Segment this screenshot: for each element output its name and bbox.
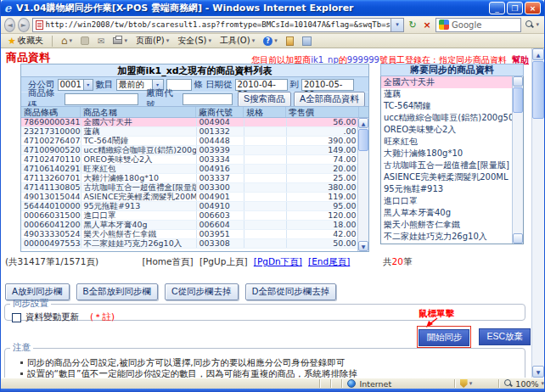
table-cell: 001332 — [196, 127, 244, 137]
page-scroll-up-icon[interactable]: ▲ — [532, 48, 544, 60]
toolbar: ★ 收藏夹 ⌂ ▾ ✉ ▾ 页面(P)▾安全(S)▾工具(O)▾ ? ▾ — [1, 34, 544, 48]
print-button[interactable]: ▾ — [110, 35, 130, 48]
protected-dropdown-icon[interactable]: ▾ — [469, 380, 473, 387]
close-button[interactable]: × — [525, 2, 541, 14]
sync-scroll-up-icon[interactable] — [513, 76, 523, 87]
home-dropdown-icon[interactable]: ▾ — [70, 37, 73, 44]
url-text[interactable]: http://win2008/tw/btob/scaresult1.asp?fr… — [46, 20, 390, 29]
home-page-button[interactable]: [Home首頁] — [142, 256, 193, 266]
sync-list-item[interactable]: 蓮藕 — [381, 88, 512, 100]
pgdn-page-link[interactable]: [PgDn下頁] — [254, 256, 302, 266]
sync-scroll-down-icon[interactable] — [513, 233, 523, 244]
table-row[interactable]: 564440100000695元拖鞋#91300491095.00 — [21, 202, 359, 211]
table-row[interactable]: 0000049755343不二家娃娃巧克力26g10入00330850.00 — [21, 239, 359, 249]
pgup-page-button[interactable]: [PgUp上頁] — [199, 256, 248, 266]
zoom-control[interactable]: 100% ▾ — [504, 379, 544, 389]
menu-dropdown-icon[interactable]: ▾ — [252, 37, 256, 44]
status-bar: Internet ▾ 100% ▾ — [1, 378, 544, 389]
table-row[interactable]: 4710247011009OREO美味雙心2入00333474.00 — [21, 155, 359, 165]
date-to-input[interactable]: 2010-05-28 — [301, 79, 354, 91]
table-scroll-thumb[interactable] — [358, 129, 368, 151]
page-scrollbar[interactable]: ▲ ▼ — [531, 48, 544, 378]
table-scroll-down-icon[interactable]: ▼ — [358, 241, 368, 251]
forward-button[interactable]: ► — [18, 18, 29, 32]
help-button[interactable]: ? ▾ — [261, 35, 280, 48]
home-button[interactable]: ⌂ ▾ — [59, 35, 75, 48]
sync-list-scrollbar[interactable] — [512, 76, 523, 244]
date-from-input[interactable]: 2010-04-28 — [235, 79, 288, 91]
table-scrollbar[interactable]: ▲ ▼ — [357, 118, 368, 251]
address-dropdown-icon[interactable]: ▾ — [390, 19, 403, 31]
sync-list-item[interactable]: 黑人草本牙膏40g — [381, 207, 512, 219]
sync-list-item[interactable]: 95元拖鞋#913 — [381, 183, 512, 195]
table-cell: 004448 — [196, 137, 244, 146]
table-cell: 旺來紅包 — [81, 165, 196, 174]
sync-list-item[interactable]: 樂天小熊餅杏仁拿鐵 — [381, 219, 512, 231]
print-dropdown-icon[interactable]: ▾ — [124, 37, 127, 44]
table-row[interactable]: 4714113080595古坑咖啡五合一超值禮盒[限量版]003300380.0… — [21, 183, 359, 193]
menu-dropdown-icon[interactable]: ▾ — [208, 37, 211, 44]
help-dropdown-icon[interactable]: ▾ — [274, 37, 278, 44]
feeds-button[interactable] — [78, 35, 92, 48]
page-scroll-thumb[interactable] — [532, 61, 544, 119]
maximize-button[interactable]: ❐ — [507, 2, 523, 14]
toolbar-menu[interactable]: 工具(O)▾ — [217, 35, 257, 48]
sync-list-item[interactable]: 進口口罩 — [381, 195, 512, 207]
sync-list-item[interactable]: 全國六寸天井 — [381, 76, 512, 88]
notes-list: 同步的商品分公司設定,被同步方可以選擇,同步方的要以相應分公司身份登錄即可設置的… — [5, 354, 525, 378]
favorites-button[interactable]: ★ 收藏夹 — [5, 35, 46, 48]
table-row[interactable]: 7869000034155全國六寸天井00490456.00 — [21, 118, 359, 127]
address-field[interactable]: http://win2008/tw/btob/scaresult1.asp?fr… — [32, 18, 404, 32]
search-input[interactable]: Google — [435, 18, 521, 32]
table-row[interactable]: 2321731000007蓮藕001332.00 — [21, 127, 359, 137]
table-row[interactable]: 4710090052013ucc精緻綜合咖啡豆(鋁箔)200g500039391… — [21, 146, 359, 155]
sync-list-item[interactable]: ucc精緻綜合咖啡豆(鋁箔)200g50 — [381, 112, 512, 124]
sync-list-item[interactable]: 古坑咖啡五合一超值禮盒[限量版] — [381, 160, 512, 171]
sync-list-item[interactable]: 大雞汁滷條180g*10 — [381, 148, 512, 160]
branch-dropdown-icon[interactable]: ▾ — [83, 80, 93, 90]
barcode-input[interactable] — [65, 93, 138, 105]
page-scroll-down-icon[interactable]: ▼ — [532, 366, 544, 378]
refresh-button[interactable]: ↻ — [407, 18, 419, 32]
toolbar-menu[interactable]: 安全(S)▾ — [175, 35, 214, 48]
window-bottom-frame — [1, 389, 544, 392]
back-button[interactable]: ◄ — [4, 18, 15, 32]
all-products-button[interactable]: A全部商品資料 — [294, 92, 365, 107]
search-dropdown-icon[interactable]: ▾ — [536, 21, 539, 28]
search-button[interactable]: ▾ — [524, 20, 541, 29]
sync-list-item[interactable]: TC-564鬧鐘 — [381, 100, 512, 112]
search-engine-label: Google — [452, 20, 481, 30]
search-products-button[interactable]: S搜索商品 — [238, 92, 291, 107]
end-page-link[interactable]: [End尾頁] — [308, 256, 350, 266]
table-row[interactable]: 4901301504470ASIENCE完美輕柔潤髮乳200ML00490111… — [21, 193, 359, 202]
table-row[interactable]: 4711326070122大雞汁滷條180g*1000333725.00 — [21, 174, 359, 183]
vendor-input[interactable] — [183, 93, 233, 105]
sync-list-item[interactable]: 不二家娃娃巧克力26g10入 — [381, 231, 512, 243]
product-list-title: 加盟商ik1_xd之現有的商品資料列表 — [21, 64, 368, 77]
sync-list-item[interactable]: ASIENCE完美輕柔潤髮乳200ML — [381, 171, 512, 183]
sync-scroll-thumb[interactable] — [513, 87, 523, 113]
stop-button[interactable]: × — [421, 18, 433, 32]
sync-list-item[interactable]: 旺來紅包 — [381, 136, 512, 148]
table-row[interactable]: 4710027640740TC-564鬧鐘004448390.00 — [21, 137, 359, 146]
menu-dropdown-icon[interactable]: ▾ — [166, 37, 170, 44]
misc-tool2-button[interactable] — [300, 35, 314, 48]
table-row[interactable]: 0006604120005黑人草本牙膏40g00660418.00 — [21, 221, 359, 230]
table-scroll-up-icon[interactable]: ▲ — [358, 118, 368, 128]
note-item: 同步的商品分公司設定,被同步方可以選擇,同步方的要以相應分公司身份登錄即可 — [20, 357, 525, 368]
sync-list-item[interactable]: OREO美味雙心2入 — [381, 124, 512, 136]
table-cell: 4711326070122 — [21, 174, 81, 183]
toolbar-menu[interactable]: 页面(P)▾ — [133, 35, 171, 48]
branch-select[interactable]: 0001 ▾ — [58, 79, 93, 91]
table-cell: 004901 — [196, 193, 244, 202]
zoom-dropdown-icon[interactable]: ▾ — [542, 380, 545, 387]
read-mail-button[interactable]: ✉ — [95, 35, 107, 48]
table-row[interactable]: 4903333052417樂天小熊餅杏仁拿鐵00395142.00 — [21, 230, 359, 239]
table-cell: 4901301504470 — [21, 193, 81, 202]
minimize-button[interactable]: _ — [489, 2, 505, 14]
note-mark: (＊註) — [90, 311, 115, 323]
data-change-checkbox[interactable] — [12, 313, 21, 322]
table-row[interactable]: 4710614029101旺來紅包00491620.00 — [21, 165, 359, 174]
table-row[interactable]: 0006603150005進口口罩006603120.00 — [21, 211, 359, 221]
misc-tool-button[interactable] — [284, 35, 296, 48]
